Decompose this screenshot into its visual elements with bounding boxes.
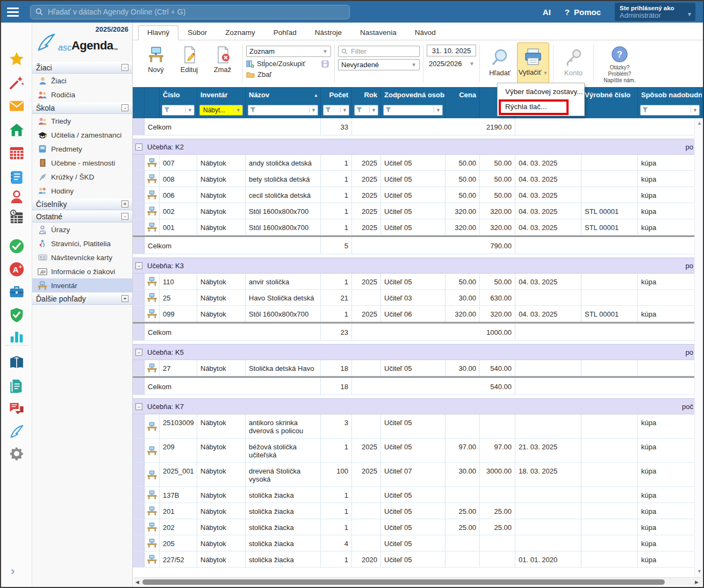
edit-button[interactable]: Edituj <box>173 42 205 85</box>
sidebar-item-u-itelia-zamestnanci[interactable]: Učitelia / zamestnanci <box>32 128 132 142</box>
group-header-u-eb-a-k7[interactable]: -Učebňa: K7poč <box>133 398 694 414</box>
save-layout-icon[interactable] <box>321 60 329 68</box>
collapse-group-icon[interactable]: - <box>135 262 142 269</box>
sidebar-section-ostatn[interactable]: Ostatné- <box>32 210 132 223</box>
profile-icon[interactable] <box>8 188 25 205</box>
magic-wand-icon[interactable] <box>8 74 25 91</box>
column-header-expand[interactable] <box>133 87 145 103</box>
filter-cislo[interactable]: ▼ <box>162 105 195 116</box>
sidebar-item-stravn-ci-platitelia[interactable]: Stravníci, Platitelia <box>32 236 132 250</box>
column-header-nazov[interactable]: Názov▲ <box>246 87 321 103</box>
table-row[interactable]: 110Nábytokanvir stolička12025Učiteľ 0550… <box>133 274 694 290</box>
expand-icon[interactable]: + <box>121 295 128 302</box>
home-icon[interactable] <box>8 121 25 139</box>
delete-button[interactable]: Zmaž <box>206 42 239 85</box>
ai-button[interactable]: AI <box>543 8 551 17</box>
quick-filter[interactable] <box>338 46 420 57</box>
group-header-u-eb-a-k2[interactable]: -Učebňa: K2po <box>133 139 694 155</box>
collapse-icon[interactable]: - <box>121 64 128 71</box>
briefcase-icon[interactable] <box>8 283 25 300</box>
columns-group-button[interactable]: Stĺpce/Zoskupiť <box>246 60 331 68</box>
filter-rok[interactable]: ▼ <box>354 105 378 116</box>
questions-button[interactable]: ? Otázky? Problém? Napíšte nám. <box>597 42 642 85</box>
tab-nastavenia[interactable]: Nastavenia <box>351 25 406 40</box>
sidebar-section-al-ie-poh-ady[interactable]: Ďalšie pohľady+ <box>32 292 132 305</box>
collapse-button[interactable]: Zbaľ <box>246 70 331 78</box>
collapse-icon[interactable]: - <box>121 213 128 220</box>
sidebar-section-kola[interactable]: Škola- <box>32 102 132 114</box>
grades-icon[interactable]: A+ <box>8 261 25 278</box>
account-button[interactable]: Konto <box>557 42 590 85</box>
table-row[interactable]: 25NábytokHavo Stolička detská21Učiteľ 03… <box>133 290 694 306</box>
scroll-down-icon[interactable]: ▼ <box>697 569 702 574</box>
account-dropdown[interactable]: Ste prihlásený ako Administrátor ▼ <box>615 3 695 21</box>
messages-icon[interactable] <box>8 400 25 418</box>
documents-icon[interactable] <box>8 377 25 395</box>
asc-pencil-icon[interactable] <box>8 423 25 440</box>
collapse-icon[interactable]: - <box>121 104 128 111</box>
tab-poh-ad[interactable]: Pohľad <box>264 25 306 40</box>
filter-osoba[interactable]: ▼ <box>383 105 443 116</box>
column-header-icon[interactable] <box>145 87 160 103</box>
collapse-group-icon[interactable]: - <box>135 144 142 150</box>
table-row[interactable]: 209Nábytokbéžová stolička učiteľská12025… <box>133 439 694 463</box>
global-search-input[interactable] <box>30 5 350 19</box>
print-button[interactable]: Vytlačiť▼ <box>517 42 549 85</box>
library-icon[interactable] <box>8 355 25 372</box>
tab-n-stroje[interactable]: Nástroje <box>306 25 351 40</box>
sidebar-item-razy[interactable]: Úrazy <box>32 223 132 236</box>
column-header-osoba[interactable]: Zodpovedná osoba <box>381 87 446 103</box>
expand-icon[interactable]: + <box>121 200 128 207</box>
column-header-vyrobne[interactable]: Výrobné číslo <box>581 87 638 103</box>
table-row[interactable]: 137BNábytokstolička žiacka1Učiteľ 05kúpa <box>133 487 694 503</box>
scroll-up-icon[interactable]: ▲ <box>697 120 702 126</box>
rail-expand-chevron[interactable]: › <box>11 564 15 578</box>
mail-icon[interactable] <box>8 97 25 114</box>
sidebar-item-n-v-tevn-cke-karty[interactable]: Návštevnícke karty <box>32 250 132 264</box>
column-header-pocet[interactable]: Počet <box>321 87 352 103</box>
group-header-u-eb-a-k3[interactable]: -Učebňa: K3po <box>133 257 694 274</box>
table-row[interactable]: 001NábytokStôl 1600x800x70012025Učiteľ 0… <box>133 219 694 235</box>
sidebar-item-iaci[interactable]: Žiaci <box>32 74 132 88</box>
status-filter-select[interactable]: Nevyradené ▼ <box>338 59 420 70</box>
column-header-cislo[interactable]: Číslo <box>160 87 197 103</box>
horizontal-scrollbar[interactable]: ◀ ▶ <box>134 577 702 586</box>
statistics-icon[interactable] <box>8 328 25 345</box>
menu-item-print-report-select[interactable]: Výber tlačovej zostavy... <box>498 84 584 99</box>
filter-sposob[interactable]: ▼ <box>640 105 700 116</box>
favorites-star-icon[interactable] <box>8 51 25 68</box>
year-select[interactable]: 2025/2026 ▼ <box>427 58 476 69</box>
sidebar-item-hodiny[interactable]: Hodiny <box>32 184 132 198</box>
table-row[interactable]: 227/52Nábytokstolička žiacka12020Učiteľ … <box>133 551 694 568</box>
quick-filter-input[interactable] <box>350 47 404 56</box>
sidebar-item-u-ebne-miestnosti[interactable]: Učebne - miestnosti <box>32 156 132 170</box>
tab-zoznamy[interactable]: Zoznamy <box>216 25 264 40</box>
table-row[interactable]: 099NábytokStôl 1600x800x70012025Učiteľ 0… <box>133 306 694 322</box>
table-row[interactable]: 25103009Nábytokantikoro skrinka dverová … <box>133 414 694 439</box>
settings-gear-icon[interactable] <box>8 445 25 462</box>
timetable-icon[interactable] <box>8 145 25 162</box>
sidebar-item-invent-r[interactable]: Inventár <box>32 278 132 292</box>
filter-nazov[interactable]: ▼ <box>248 105 318 116</box>
group-header-u-eb-a-k5[interactable]: -Učebňa: K5po <box>133 344 694 360</box>
view-select[interactable]: Zoznam ▼ <box>246 46 331 57</box>
horizontal-scroll-thumb[interactable] <box>142 579 665 585</box>
table-row[interactable]: 205Nábytokstolička žiacka4Učiteľ 05kúpa <box>133 535 694 551</box>
column-header-inventar[interactable]: Inventár <box>197 87 246 103</box>
column-header-rok[interactable]: Rok <box>352 87 381 103</box>
column-header-sposob[interactable]: Spôsob nadobudnut <box>638 87 702 103</box>
scroll-left-icon[interactable]: ◀ <box>135 579 139 585</box>
menu-item-quick-print[interactable]: Rýchla tlač... <box>498 99 584 114</box>
column-header-cena[interactable]: Cena <box>446 87 480 103</box>
scroll-right-icon[interactable]: ▶ <box>695 579 699 585</box>
date-field[interactable]: 31. 10. 2025 <box>427 45 476 56</box>
collapse-group-icon[interactable]: - <box>135 349 142 356</box>
hamburger-menu-icon[interactable] <box>1 1 25 23</box>
sidebar-section-iaci[interactable]: Žiaci- <box>32 61 132 74</box>
collapse-group-icon[interactable]: - <box>135 403 142 410</box>
sidebar-item-rodi-ia[interactable]: Rodičia <box>32 88 132 102</box>
sidebar-item-triedy[interactable]: Triedy <box>32 114 132 128</box>
table-row[interactable]: 002NábytokStôl 1600x800x70012025Učiteľ 0… <box>133 203 694 219</box>
sidebar-item-predmety[interactable]: Predmety <box>32 142 132 156</box>
table-row[interactable]: 007Nábytokandy stolička detská12025Učite… <box>133 155 694 171</box>
